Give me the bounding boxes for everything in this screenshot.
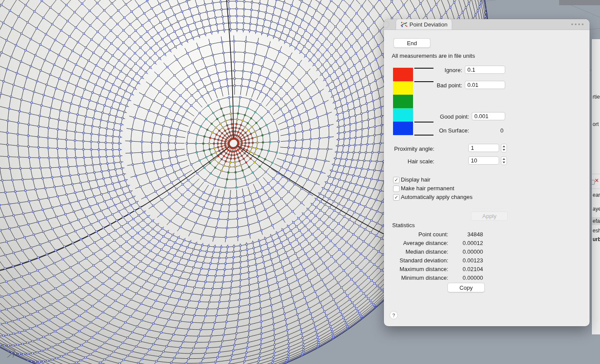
- proximity-angle-field[interactable]: [468, 144, 499, 152]
- good-point-label: Good point:: [417, 113, 469, 120]
- default-layer-fragment[interactable]: efau: [593, 218, 600, 224]
- bad-point-field[interactable]: [465, 81, 505, 89]
- dot-icon: [582, 23, 583, 25]
- point-count-value: 34848: [449, 231, 483, 238]
- proximity-angle-stepper[interactable]: [501, 144, 507, 152]
- median-distance-label: Median distance:: [393, 248, 448, 255]
- statistics-heading: Statistics: [392, 222, 415, 228]
- hair-scale-stepper[interactable]: [501, 156, 507, 165]
- point-count-label: Point count:: [393, 231, 448, 238]
- legend-swatch-red: [393, 68, 413, 81]
- on-surface-label: On Surface:: [417, 127, 469, 134]
- legend-swatch-yellow: [393, 81, 413, 95]
- stepper-up-icon[interactable]: [503, 146, 505, 147]
- point-deviation-icon: [400, 21, 407, 27]
- legend-tick: [414, 122, 433, 122]
- units-note: All measurements are in file units: [392, 53, 475, 59]
- help-button[interactable]: ?: [390, 311, 398, 319]
- minimum-distance-label: Minimum distance:: [393, 275, 448, 281]
- dot-icon: [575, 23, 577, 25]
- standard-deviation-label: Standard deviation:: [393, 257, 448, 264]
- legend-swatch-cyan: [393, 108, 413, 122]
- copy-button[interactable]: Copy: [447, 283, 485, 292]
- on-surface-value: 0: [467, 127, 503, 134]
- make-hair-permanent-checkbox[interactable]: [393, 185, 400, 192]
- apply-button[interactable]: Apply: [471, 212, 508, 221]
- auto-apply-label: Automatically apply changes: [401, 194, 473, 200]
- dot-icon: [571, 23, 573, 25]
- hair-scale-field[interactable]: [468, 156, 499, 165]
- ignore-label: Ignore:: [419, 67, 462, 73]
- point-deviation-dialog: Point Deviation End All measurements are…: [384, 19, 590, 326]
- panel-menu-dots[interactable]: [571, 23, 583, 25]
- dialog-title: Point Deviation: [410, 21, 447, 28]
- stepper-down-icon[interactable]: [503, 149, 505, 151]
- standard-deviation-value: 0.00123: [449, 257, 483, 264]
- legend-swatch-green: [393, 95, 413, 108]
- average-distance-value: 0.00012: [449, 240, 483, 246]
- properties-tab-fragment[interactable]: rties: [593, 94, 600, 100]
- bad-point-label: Bad point:: [419, 82, 462, 89]
- dialog-tab-bar: Point Deviation: [384, 19, 590, 30]
- right-panel-strip[interactable]: rties ort ✕ earc ayer efau esh urbs: [592, 39, 600, 334]
- display-hair-checkbox[interactable]: ✓: [393, 177, 400, 183]
- stepper-down-icon[interactable]: [503, 162, 505, 163]
- median-distance-value: 0.00000: [449, 248, 483, 255]
- tab-point-deviation[interactable]: Point Deviation: [396, 19, 452, 30]
- auto-apply-checkbox[interactable]: ✓: [393, 194, 400, 201]
- minimum-distance-value: 0.00000: [449, 275, 483, 281]
- maximum-distance-label: Maximum distance:: [393, 266, 448, 272]
- nurbs-layer-fragment[interactable]: urbs: [593, 236, 600, 242]
- hidden-tab-icon[interactable]: [384, 21, 389, 28]
- good-point-field[interactable]: [472, 112, 505, 120]
- strip-divider: [592, 189, 600, 189]
- make-hair-permanent-label: Make hair permanent: [401, 185, 454, 192]
- delete-x-icon[interactable]: ✕: [594, 177, 599, 184]
- dot-icon: [578, 23, 580, 25]
- legend-swatch-blue: [393, 122, 413, 135]
- average-distance-label: Average distance:: [393, 240, 448, 246]
- end-button[interactable]: End: [393, 38, 430, 48]
- proximity-angle-label: Proximity angle:: [384, 146, 434, 152]
- legend-tick: [414, 135, 433, 136]
- search-placeholder-fragment[interactable]: earc: [593, 192, 600, 198]
- mesh-layer-fragment[interactable]: esh: [593, 228, 600, 234]
- maximum-distance-value: 0.02104: [449, 266, 483, 272]
- display-hair-label: Display hair: [401, 176, 430, 183]
- strip-divider: [592, 174, 600, 174]
- layer-column-fragment[interactable]: ayer: [593, 206, 600, 212]
- report-label-fragment[interactable]: ort: [593, 121, 599, 127]
- ignore-field[interactable]: [465, 66, 505, 74]
- hair-scale-label: Hair scale:: [384, 158, 434, 165]
- stepper-up-icon[interactable]: [503, 158, 505, 160]
